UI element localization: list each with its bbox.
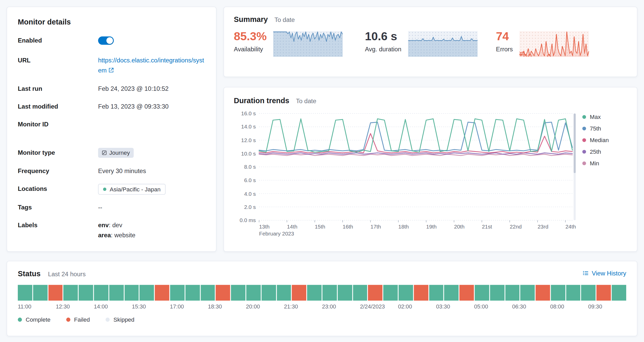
legend-dot xyxy=(105,317,110,322)
status-segment-11[interactable] xyxy=(185,285,200,301)
status-time-label: 2/24/2023 xyxy=(360,304,385,310)
locations-label: Locations xyxy=(18,184,98,195)
legend-label: Skipped xyxy=(113,316,134,323)
list-icon xyxy=(582,270,589,276)
status-segment-16[interactable] xyxy=(261,285,276,301)
status-segment-10[interactable] xyxy=(170,285,185,301)
status-segment-22[interactable] xyxy=(353,285,367,301)
status-segment-9[interactable] xyxy=(155,285,169,301)
status-segment-24[interactable] xyxy=(383,285,398,301)
summary-subtitle: To date xyxy=(274,16,295,23)
status-segment-31[interactable] xyxy=(490,285,504,301)
status-segment-38[interactable] xyxy=(597,285,611,301)
status-segment-34[interactable] xyxy=(536,285,550,301)
status-segment-39[interactable] xyxy=(612,285,626,301)
legend-dot xyxy=(66,317,70,322)
legend-item-25th[interactable]: 25th xyxy=(582,148,609,155)
y-tick-label: 0.0 ms xyxy=(240,217,256,223)
last-modified-label: Last modified xyxy=(18,101,98,111)
url-row: URL https://docs.elastic.co/integrations… xyxy=(18,55,205,76)
status-segment-1[interactable] xyxy=(33,285,47,301)
availability-stat: 85.3% Availability xyxy=(234,30,365,57)
status-segment-14[interactable] xyxy=(231,285,245,301)
legend-item-median[interactable]: Median xyxy=(582,137,609,143)
status-segment-21[interactable] xyxy=(338,285,352,301)
monitor-type-value: Journey xyxy=(109,149,130,157)
status-segment-23[interactable] xyxy=(368,285,383,301)
status-segment-30[interactable] xyxy=(475,285,489,301)
monitor-url-link[interactable]: https://docs.elastic.co/integrations/sys… xyxy=(98,57,204,74)
status-segment-20[interactable] xyxy=(323,285,337,301)
x-tick-label: 24th xyxy=(565,224,576,230)
status-segment-27[interactable] xyxy=(429,285,443,301)
legend-label: 25th xyxy=(590,148,601,155)
status-segment-35[interactable] xyxy=(551,285,565,301)
label-area: area: website xyxy=(98,230,205,240)
frequency-value: Every 30 minutes xyxy=(98,166,205,176)
top-row: Monitor details Enabled URL https://docs… xyxy=(7,7,638,252)
monitor-type-label: Monitor type xyxy=(18,148,98,158)
status-time-label: 05:00 xyxy=(474,304,488,310)
status-segment-33[interactable] xyxy=(520,285,535,301)
status-segment-18[interactable] xyxy=(292,285,306,301)
view-history-label: View History xyxy=(592,270,626,276)
status-segment-13[interactable] xyxy=(216,285,230,301)
status-segment-32[interactable] xyxy=(505,285,519,301)
legend-dot xyxy=(582,150,586,153)
chart-scrollbar-thumb[interactable] xyxy=(574,113,576,173)
status-subtitle: Last 24 hours xyxy=(48,270,86,277)
label-separator: : xyxy=(111,231,114,238)
enabled-row: Enabled xyxy=(18,36,205,48)
view-history-link[interactable]: View History xyxy=(582,270,626,276)
y-tick-label: 10.0 s xyxy=(241,150,256,157)
status-legend-complete: Complete xyxy=(18,316,51,323)
summary-panel: Summary To date 85.3% Availability 10.6 … xyxy=(224,7,637,77)
legend-dot xyxy=(18,317,22,322)
status-segment-8[interactable] xyxy=(140,285,154,301)
status-segment-2[interactable] xyxy=(48,285,63,301)
legend-item-75th[interactable]: 75th xyxy=(582,125,609,132)
status-segment-36[interactable] xyxy=(566,285,581,301)
labels-row: Labels env: dev area: website xyxy=(18,220,205,240)
x-tick-label: 20th xyxy=(454,224,465,230)
enabled-label: Enabled xyxy=(18,36,98,48)
status-legend-skipped: Skipped xyxy=(105,316,134,323)
status-title: Status xyxy=(18,270,40,278)
y-tick-label: 4.0 s xyxy=(244,190,256,197)
status-segment-5[interactable] xyxy=(94,285,108,301)
journey-icon xyxy=(102,150,107,155)
label-env: env: dev xyxy=(98,220,205,230)
legend-dot xyxy=(582,138,586,142)
status-time-label: 02:00 xyxy=(398,304,412,310)
monitor-id-row: Monitor ID xyxy=(18,119,205,129)
x-tick-label: 21st xyxy=(482,224,492,230)
status-segment-19[interactable] xyxy=(307,285,321,301)
location-badge: Asia/Pacific - Japan xyxy=(98,184,166,195)
availability-value: 85.3% xyxy=(234,30,267,43)
enabled-toggle[interactable] xyxy=(98,36,114,45)
legend-dot xyxy=(582,115,586,118)
status-segment-0[interactable] xyxy=(18,285,32,301)
status-segment-26[interactable] xyxy=(414,285,428,301)
status-segment-4[interactable] xyxy=(79,285,93,301)
status-segment-28[interactable] xyxy=(444,285,459,301)
errors-caption: Errors xyxy=(496,46,513,53)
legend-item-max[interactable]: Max xyxy=(582,113,609,120)
status-segment-37[interactable] xyxy=(581,285,596,301)
status-segment-6[interactable] xyxy=(109,285,123,301)
duration-trends-title: Duration trends xyxy=(234,96,289,105)
status-segment-15[interactable] xyxy=(246,285,261,301)
legend-item-min[interactable]: Min xyxy=(582,160,609,167)
status-segment-25[interactable] xyxy=(399,285,413,301)
status-segment-12[interactable] xyxy=(201,285,215,301)
status-segment-17[interactable] xyxy=(277,285,291,301)
status-segment-7[interactable] xyxy=(125,285,139,301)
status-time-label: 03:30 xyxy=(436,304,450,310)
status-segment-29[interactable] xyxy=(459,285,474,301)
duration-y-axis: 16.0 s14.0 s12.0 s10.0 s8.0 s6.0 s4.0 s2… xyxy=(234,113,259,220)
status-panel: Status Last 24 hours View History 11:001… xyxy=(7,261,638,336)
summary-stats: 85.3% Availability 10.6 s Avg. duration xyxy=(234,30,627,57)
x-tick-label: 14th xyxy=(287,224,298,230)
chart-scrollbar[interactable] xyxy=(574,113,576,220)
status-segment-3[interactable] xyxy=(63,285,78,301)
